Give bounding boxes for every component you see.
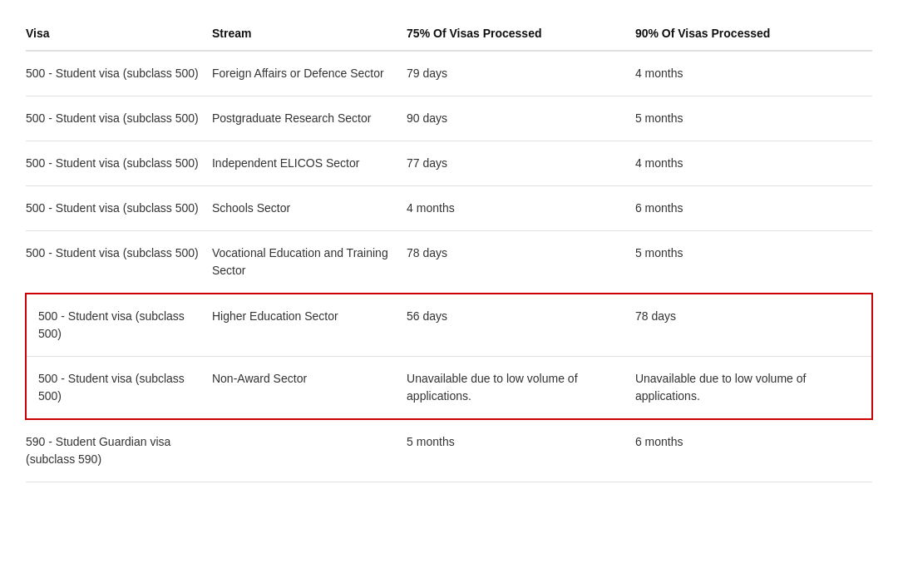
cell-visa: 500 - Student visa (subclass 500)	[26, 186, 212, 231]
cell-pct90: 78 days	[635, 294, 872, 357]
visa-processing-table: Visa Stream 75% Of Visas Processed 90% O…	[25, 17, 873, 482]
cell-pct75: 56 days	[407, 294, 635, 357]
cell-stream: Vocational Education and Training Sector	[212, 231, 407, 294]
cell-pct75: 78 days	[407, 231, 635, 294]
cell-visa: 590 - Student Guardian visa (subclass 59…	[26, 419, 212, 482]
table-row: 500 - Student visa (subclass 500)Schools…	[26, 186, 872, 231]
cell-visa: 500 - Student visa (subclass 500)	[26, 231, 212, 294]
cell-pct75: Unavailable due to low volume of applica…	[407, 357, 635, 420]
cell-visa: 500 - Student visa (subclass 500)	[26, 96, 212, 141]
col-header-visa: Visa	[26, 17, 212, 51]
cell-pct75: 77 days	[407, 141, 635, 186]
col-header-90pct: 90% Of Visas Processed	[635, 17, 872, 51]
cell-pct90: 4 months	[635, 51, 872, 96]
table-header-row: Visa Stream 75% Of Visas Processed 90% O…	[26, 17, 872, 51]
cell-stream: Independent ELICOS Sector	[212, 141, 407, 186]
cell-pct75: 5 months	[407, 419, 635, 482]
cell-pct90: Unavailable due to low volume of applica…	[635, 357, 872, 420]
cell-visa: 500 - Student visa (subclass 500)	[26, 357, 212, 420]
table-row: 500 - Student visa (subclass 500)Postgra…	[26, 96, 872, 141]
col-header-stream: Stream	[212, 17, 407, 51]
cell-stream: Postgraduate Research Sector	[212, 96, 407, 141]
cell-stream	[212, 419, 407, 482]
table-row: 500 - Student visa (subclass 500)Higher …	[26, 294, 872, 357]
cell-stream: Foreign Affairs or Defence Sector	[212, 51, 407, 96]
table-row: 500 - Student visa (subclass 500)Indepen…	[26, 141, 872, 186]
table-row: 500 - Student visa (subclass 500)Vocatio…	[26, 231, 872, 294]
cell-pct90: 6 months	[635, 186, 872, 231]
col-header-75pct: 75% Of Visas Processed	[407, 17, 635, 51]
cell-pct90: 4 months	[635, 141, 872, 186]
table-row: 500 - Student visa (subclass 500)Foreign…	[26, 51, 872, 96]
cell-pct90: 5 months	[635, 96, 872, 141]
cell-pct75: 79 days	[407, 51, 635, 96]
cell-pct75: 4 months	[407, 186, 635, 231]
table-row: 500 - Student visa (subclass 500)Non-Awa…	[26, 357, 872, 420]
cell-visa: 500 - Student visa (subclass 500)	[26, 294, 212, 357]
cell-pct90: 5 months	[635, 231, 872, 294]
cell-pct90: 6 months	[635, 419, 872, 482]
cell-pct75: 90 days	[407, 96, 635, 141]
cell-visa: 500 - Student visa (subclass 500)	[26, 141, 212, 186]
cell-visa: 500 - Student visa (subclass 500)	[26, 51, 212, 96]
cell-stream: Non-Award Sector	[212, 357, 407, 420]
cell-stream: Schools Sector	[212, 186, 407, 231]
table-row: 590 - Student Guardian visa (subclass 59…	[26, 419, 872, 482]
cell-stream: Higher Education Sector	[212, 294, 407, 357]
